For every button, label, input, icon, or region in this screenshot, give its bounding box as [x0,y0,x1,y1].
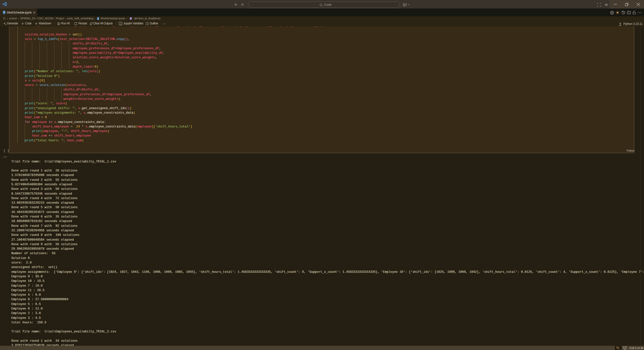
svg-text:(x): (x) [120,23,121,25]
